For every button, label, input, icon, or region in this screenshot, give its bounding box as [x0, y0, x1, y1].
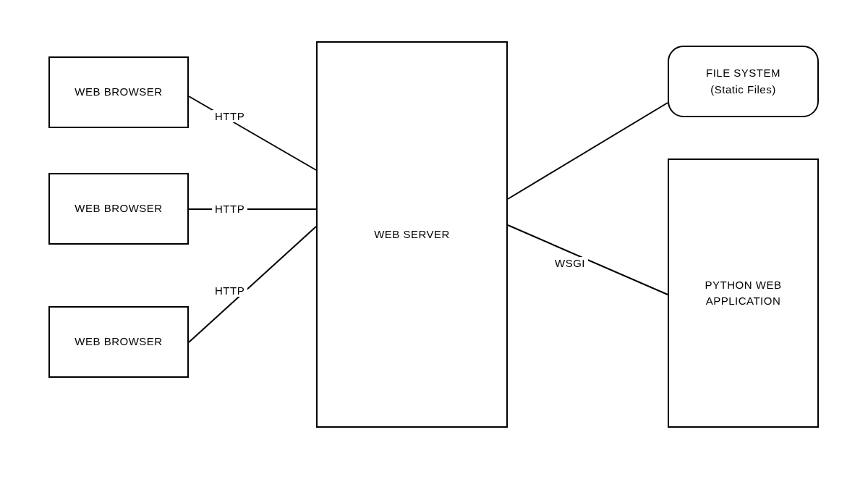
svg-line-0: [189, 96, 316, 170]
svg-line-2: [189, 227, 316, 342]
web-browser-2-label: WEB BROWSER: [75, 200, 162, 217]
web-browser-3-label: WEB BROWSER: [75, 334, 162, 350]
svg-line-3: [508, 103, 668, 199]
file-system-title: FILE SYSTEM: [706, 67, 780, 79]
http-label-3: HTTP: [212, 284, 247, 297]
python-web-application: PYTHON WEB APPLICATION: [668, 158, 819, 428]
wsgi-label: WSGI: [552, 257, 588, 269]
python-app-line1: PYTHON WEB: [705, 279, 782, 291]
web-browser-2: WEB BROWSER: [48, 173, 189, 245]
web-server: WEB SERVER: [316, 41, 508, 428]
http-label-1: HTTP: [212, 110, 247, 122]
http-label-2: HTTP: [212, 203, 247, 215]
web-server-label: WEB SERVER: [374, 227, 450, 243]
web-browser-1: WEB BROWSER: [48, 56, 189, 128]
web-browser-1-label: WEB BROWSER: [75, 84, 162, 101]
file-system-subtitle: (Static Files): [710, 83, 775, 96]
python-app-line2: APPLICATION: [706, 295, 781, 307]
web-browser-3: WEB BROWSER: [48, 306, 189, 378]
file-system: FILE SYSTEM (Static Files): [668, 46, 819, 117]
